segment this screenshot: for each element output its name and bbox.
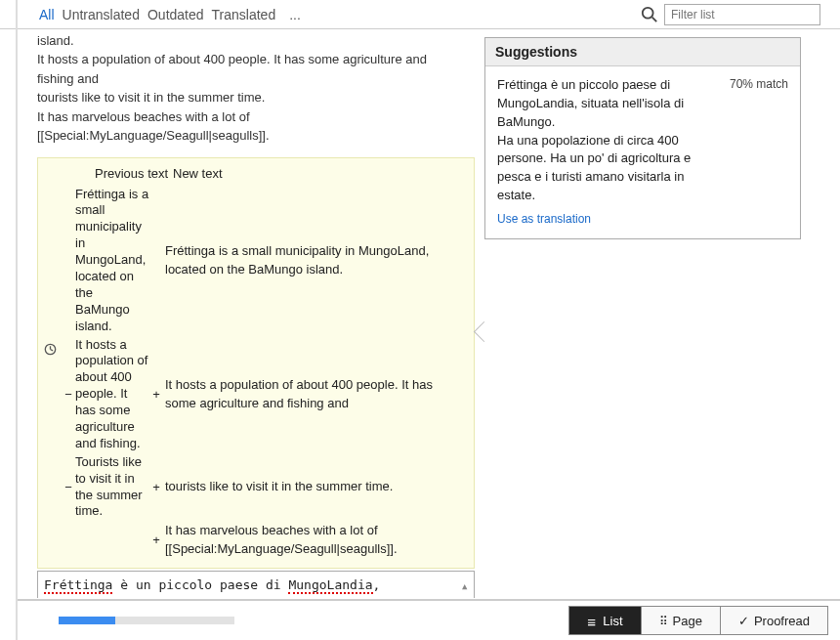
diff-row: Tourists like to visit it in the summer … xyxy=(63,454,466,521)
diff-old-text: Fréttinga is a small municipality in Mun… xyxy=(73,187,151,335)
suggestion-match: 70% match xyxy=(730,76,788,93)
button-label: List xyxy=(603,614,622,628)
tab-untranslated[interactable]: Untranslated xyxy=(63,7,140,22)
source-line: It hosts a population of about 400 peopl… xyxy=(37,50,455,88)
svg-line-4 xyxy=(51,349,54,350)
diff-minus-icon xyxy=(63,387,73,402)
list-view-button[interactable]: List xyxy=(569,607,641,634)
history-icon[interactable] xyxy=(44,343,57,359)
svg-point-0 xyxy=(643,7,653,18)
diff-box: Previous text New text Fréttinga is a sm… xyxy=(37,157,475,569)
button-label: Proofread xyxy=(754,614,810,628)
diff-new-text: Fréttinga is a small municipality in Mun… xyxy=(161,242,466,277)
button-label: Page xyxy=(673,614,702,628)
proofread-button[interactable]: Proofread xyxy=(721,607,827,634)
diff-row: Fréttinga is a small municipality in Mun… xyxy=(63,187,466,335)
search-icon[interactable] xyxy=(641,6,658,23)
scrollbar-up-icon[interactable] xyxy=(462,576,472,585)
diff-new-text: tourists like to visit it in the summer … xyxy=(161,478,466,495)
spell-underline: Fréttinga xyxy=(44,577,112,594)
source-line: It has marvelous beaches with a lot of xyxy=(37,107,455,127)
left-pane: Fréttinga is a small municipality in Mun… xyxy=(0,29,477,598)
source-line: Fréttinga is a small municipality in Mun… xyxy=(37,29,455,50)
translation-line: situata nell'isola di BaMungo. xyxy=(44,594,468,598)
page-view-button[interactable]: Page xyxy=(642,607,721,634)
diff-row: It hosts a population of about 400 peopl… xyxy=(63,337,466,452)
bottom-bar: List Page Proofread xyxy=(18,599,840,640)
diff-prev-header: Previous text xyxy=(95,166,173,181)
topbar: All Untranslated Outdated Translated ... xyxy=(0,0,840,29)
source-line: tourists like to visit it in the summer … xyxy=(37,88,455,107)
diff-old-text: It hosts a population of about 400 peopl… xyxy=(73,337,151,452)
tabs-more-icon[interactable]: ... xyxy=(289,7,301,22)
source-text: Fréttinga is a small municipality in Mun… xyxy=(37,29,475,146)
tab-translated[interactable]: Translated xyxy=(212,7,276,22)
use-translation-link[interactable]: Use as translation xyxy=(497,211,591,228)
tab-all[interactable]: All xyxy=(39,7,55,22)
spell-underline: MungoLandia xyxy=(288,577,372,594)
diff-header: Previous text New text xyxy=(38,158,474,181)
progress-fill xyxy=(59,617,115,624)
list-icon xyxy=(587,616,598,626)
view-buttons: List Page Proofread xyxy=(568,606,828,635)
diff-row: It has marvelous beaches with a lot of [… xyxy=(63,522,466,557)
spell-underline: BaMungo xyxy=(212,596,266,598)
translation-textarea[interactable]: Fréttinga è un piccolo paese di MungoLan… xyxy=(37,571,475,598)
diff-plus-icon xyxy=(151,387,161,402)
right-pane: Suggestions 70% match Fréttinga è un pic… xyxy=(477,29,801,598)
check-icon xyxy=(738,614,749,628)
page-icon xyxy=(659,614,668,628)
filter-input[interactable] xyxy=(664,4,820,25)
progress-bar xyxy=(59,617,234,624)
suggestions-header: Suggestions xyxy=(485,38,800,66)
left-border-rule xyxy=(16,0,18,640)
tab-outdated[interactable]: Outdated xyxy=(147,7,204,22)
diff-old-text: Tourists like to visit it in the summer … xyxy=(73,454,151,521)
svg-line-1 xyxy=(652,17,657,21)
diff-minus-icon xyxy=(63,480,73,494)
search-wrap xyxy=(641,4,820,25)
diff-plus-icon xyxy=(151,533,161,547)
suggestion-text: Fréttinga è un piccolo paese di MungoLan… xyxy=(497,76,788,205)
filter-tabs: All Untranslated Outdated Translated ... xyxy=(39,7,301,22)
main: Fréttinga is a small municipality in Mun… xyxy=(0,29,840,598)
suggestions-panel: Suggestions 70% match Fréttinga è un pic… xyxy=(484,37,801,239)
diff-body: Fréttinga is a small municipality in Mun… xyxy=(38,181,474,568)
suggestion-item: 70% match Fréttinga è un piccolo paese d… xyxy=(485,66,800,238)
diff-plus-icon xyxy=(151,480,161,494)
diff-new-header: New text xyxy=(173,166,223,181)
diff-new-text: It hosts a population of about 400 peopl… xyxy=(161,376,466,411)
translation-line: Fréttinga è un piccolo paese di MungoLan… xyxy=(44,576,468,595)
panel-pointer-icon xyxy=(477,324,492,348)
diff-new-text: It has marvelous beaches with a lot of [… xyxy=(161,522,466,557)
source-line: [[Special:MyLanguage/Seagull|seagulls]]. xyxy=(37,126,455,146)
